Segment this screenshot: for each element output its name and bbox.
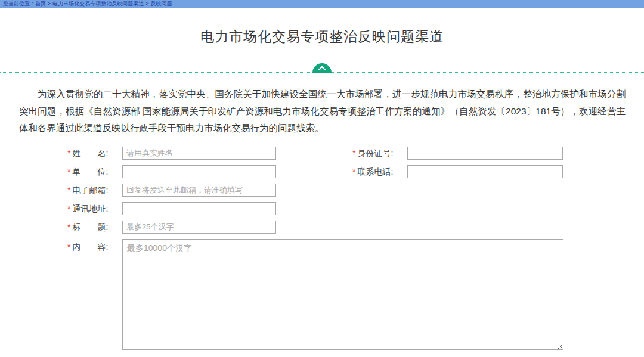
id-number-input[interactable] [407,147,563,160]
phone-input[interactable] [407,165,563,178]
breadcrumb-separator: > [48,1,51,7]
title-field-group: *标 题: [67,221,276,234]
email-label: *电子邮箱: [67,184,122,197]
form-row: *通讯地址: [67,202,644,215]
breadcrumb-home-link[interactable]: 首页 [35,1,46,7]
section-divider [0,63,644,73]
title-label: *标 题: [67,221,122,234]
report-form: *姓 名: *身份证号: *单 位: *联系电话: *电子邮箱: *通讯地址: [67,147,644,357]
content-field-group: *内 容: [67,239,564,350]
address-field-group: *通讯地址: [67,202,276,215]
form-row: *单 位: *联系电话: [67,165,644,178]
breadcrumb: 您当前位置：首页>电力市场化交易专项整治反映问题渠道>反映问题 [0,0,644,8]
breadcrumb-channel-link[interactable]: 电力市场化交易专项整治反映问题渠道 [52,1,144,7]
email-field-group: *电子邮箱: [67,184,276,197]
name-label: *姓 名: [67,147,122,160]
title-input[interactable] [122,221,276,234]
required-marker: * [67,222,70,232]
form-row: *内 容: [67,239,644,350]
required-marker: * [67,148,70,158]
id-number-field-group: *身份证号: [352,147,563,160]
chevron-up-icon [318,66,326,73]
page-title: 电力市场化交易专项整治反映问题渠道 [0,27,644,46]
required-marker: * [67,242,70,252]
content-textarea[interactable] [122,239,564,350]
phone-field-group: *联系电话: [352,165,563,178]
form-row: *电子邮箱: [67,184,644,197]
required-marker: * [352,167,355,176]
required-marker: * [67,185,70,195]
intro-paragraph: 为深入贯彻党的二十大精神，落实党中央、国务院关于加快建设全国统一大市场部署，进一… [19,86,626,137]
address-label: *通讯地址: [67,202,122,215]
unit-label: *单 位: [67,165,122,178]
required-marker: * [352,148,355,158]
phone-label: *联系电话: [352,165,407,178]
form-row: *姓 名: *身份证号: [67,147,644,160]
name-field-group: *姓 名: [67,147,276,160]
required-marker: * [67,204,70,213]
form-row: *标 题: [67,221,644,234]
breadcrumb-current: 反映问题 [151,1,172,7]
address-input[interactable] [122,202,276,215]
breadcrumb-prefix: 您当前位置： [3,1,35,7]
unit-field-group: *单 位: [67,165,276,178]
unit-input[interactable] [122,165,276,178]
name-input[interactable] [122,147,276,160]
breadcrumb-separator: > [145,1,148,7]
id-number-label: *身份证号: [352,147,407,160]
collapse-toggle-button[interactable] [312,63,332,73]
email-input[interactable] [122,184,276,197]
required-marker: * [67,167,70,176]
content-label: *内 容: [67,239,122,252]
